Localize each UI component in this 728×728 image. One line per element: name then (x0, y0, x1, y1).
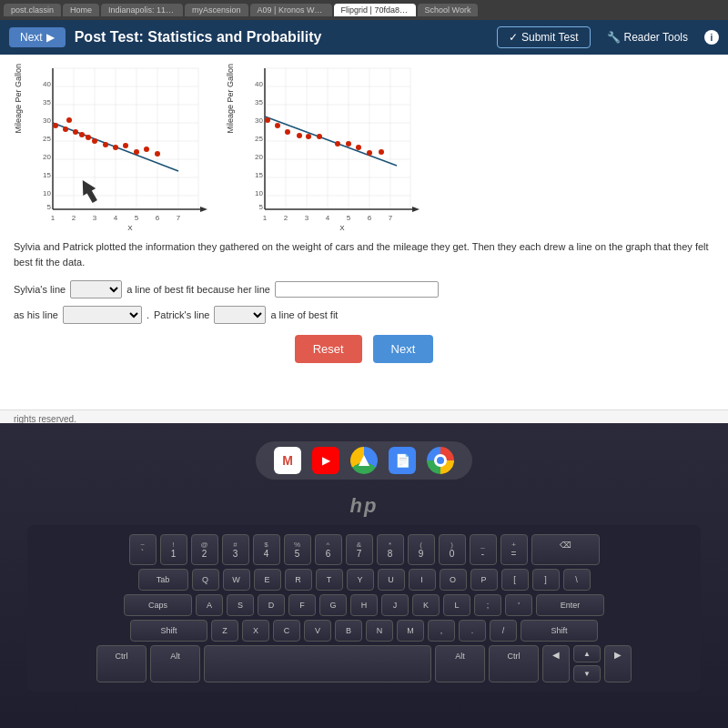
key-v[interactable]: V (304, 620, 331, 642)
next-button-main[interactable]: Next (373, 335, 434, 363)
key-h[interactable]: H (350, 594, 378, 616)
tab-a09[interactable]: A09 | Kronos Work... (250, 4, 332, 16)
key-tilde[interactable]: ~` (129, 534, 157, 565)
google-drive-taskbar-icon[interactable] (350, 447, 378, 474)
reason-input[interactable] (275, 281, 439, 298)
key-semicolon[interactable]: ; (474, 594, 501, 616)
key-c[interactable]: C (273, 620, 300, 642)
screen: post.classin Home Indianapolis: 11:47 my… (0, 0, 728, 419)
is-label: a line of best fit because her line (126, 284, 270, 295)
tab-home[interactable]: Home (63, 4, 99, 16)
google-docs-taskbar-icon[interactable]: 📄 (389, 447, 416, 474)
key-y[interactable]: Y (347, 569, 374, 591)
key-backspace[interactable]: ⌫ (531, 534, 600, 565)
key-5[interactable]: %5 (284, 534, 311, 565)
key-alt-right[interactable]: Alt (435, 645, 485, 682)
key-p[interactable]: P (470, 569, 498, 591)
key-enter[interactable]: Enter (536, 594, 604, 616)
key-u[interactable]: U (378, 569, 405, 591)
key-g[interactable]: G (319, 594, 347, 616)
key-9[interactable]: (9 (408, 534, 435, 565)
key-shift-right[interactable]: Shift (521, 620, 598, 642)
key-ctrl-right[interactable]: Ctrl (489, 645, 539, 682)
right-chart-svg: 5 10 15 20 25 30 35 40 1 (238, 64, 420, 232)
key-comma[interactable]: , (428, 620, 455, 642)
page-title: Post Test: Statistics and Probability (75, 29, 488, 46)
sylvias-is-dropdown[interactable]: is is not (70, 280, 122, 298)
key-tab[interactable]: Tab (138, 569, 188, 591)
key-7[interactable]: &7 (346, 534, 373, 565)
youtube-taskbar-icon[interactable]: ▶ (312, 447, 339, 474)
reset-button[interactable]: Reset (295, 335, 362, 363)
key-b[interactable]: B (335, 620, 362, 642)
svg-point-89 (346, 141, 351, 147)
reader-tools-label: Reader Tools (624, 31, 689, 44)
tab-indianapolis[interactable]: Indianapolis: 11:47 (101, 4, 183, 16)
patricks-is-dropdown[interactable]: is is not (214, 306, 266, 324)
key-8[interactable]: *8 (377, 534, 404, 565)
key-w[interactable]: W (223, 569, 250, 591)
key-z[interactable]: Z (211, 620, 238, 642)
key-k[interactable]: K (412, 594, 440, 616)
key-x[interactable]: X (242, 620, 269, 642)
key-3[interactable]: #3 (222, 534, 249, 565)
key-e[interactable]: E (254, 569, 281, 591)
sylvias-label: Sylvia's line (14, 284, 66, 295)
key-arrow-right[interactable]: ▶ (604, 645, 632, 682)
next-button-header[interactable]: Next ▶ (9, 27, 66, 47)
key-n[interactable]: N (366, 620, 393, 642)
key-t[interactable]: T (316, 569, 343, 591)
key-0[interactable]: )0 (439, 534, 466, 565)
key-arrow-down[interactable]: ▼ (573, 665, 601, 682)
key-caps[interactable]: Caps (124, 594, 192, 616)
key-o[interactable]: O (440, 569, 467, 591)
key-ctrl-left[interactable]: Ctrl (96, 645, 147, 682)
key-2[interactable]: @2 (191, 534, 218, 565)
key-l[interactable]: L (443, 594, 470, 616)
svg-text:10: 10 (255, 189, 263, 197)
key-rbracket[interactable]: ] (532, 569, 560, 591)
submit-test-button[interactable]: ✓ Submit Test (497, 26, 590, 48)
key-m[interactable]: M (397, 620, 424, 642)
tab-school-work[interactable]: School Work (418, 4, 479, 16)
key-j[interactable]: J (381, 594, 409, 616)
key-lbracket[interactable]: [ (501, 569, 529, 591)
chrome-taskbar-icon[interactable] (427, 447, 454, 474)
second-dropdown[interactable]: is the same is different (63, 306, 142, 324)
key-i[interactable]: I (409, 569, 436, 591)
key-a[interactable]: A (196, 594, 223, 616)
key-equals[interactable]: += (500, 534, 528, 565)
key-period[interactable]: . (459, 620, 486, 642)
next-header-label: Next (20, 31, 43, 44)
tab-myascension[interactable]: myAscension (185, 4, 248, 16)
key-r[interactable]: R (285, 569, 312, 591)
key-shift-left[interactable]: Shift (130, 620, 207, 642)
key-f[interactable]: F (288, 594, 316, 616)
description-text: Sylvia and Patrick plotted the informati… (14, 239, 714, 269)
gmail-taskbar-icon[interactable]: M (274, 447, 301, 474)
info-icon[interactable]: i (704, 30, 719, 45)
key-quote[interactable]: ' (505, 594, 532, 616)
svg-text:30: 30 (43, 116, 51, 125)
key-alt-left[interactable]: Alt (150, 645, 200, 682)
main-content: Mileage Per Gallon (0, 55, 728, 410)
key-4[interactable]: $4 (253, 534, 280, 565)
key-s[interactable]: S (227, 594, 254, 616)
reader-tools-button[interactable]: 🔧 Reader Tools (600, 27, 696, 47)
key-arrow-up[interactable]: ▲ (573, 645, 601, 662)
key-space[interactable] (204, 645, 431, 682)
key-backslash[interactable]: \ (563, 569, 591, 591)
tab-flipgrid[interactable]: Flipgrid | 70fda875 (334, 4, 416, 16)
svg-text:40: 40 (43, 80, 51, 88)
key-d[interactable]: D (258, 594, 285, 616)
tab-post-classin[interactable]: post.classin (4, 4, 61, 16)
key-q[interactable]: Q (192, 569, 219, 591)
key-arrow-left[interactable]: ◀ (542, 645, 570, 682)
key-1[interactable]: !1 (160, 534, 187, 565)
svg-text:6: 6 (367, 214, 371, 222)
key-minus[interactable]: _- (470, 534, 497, 565)
svg-text:1: 1 (51, 214, 56, 222)
key-6[interactable]: ^6 (315, 534, 342, 565)
key-slash[interactable]: / (490, 620, 517, 642)
svg-marker-16 (200, 207, 207, 212)
